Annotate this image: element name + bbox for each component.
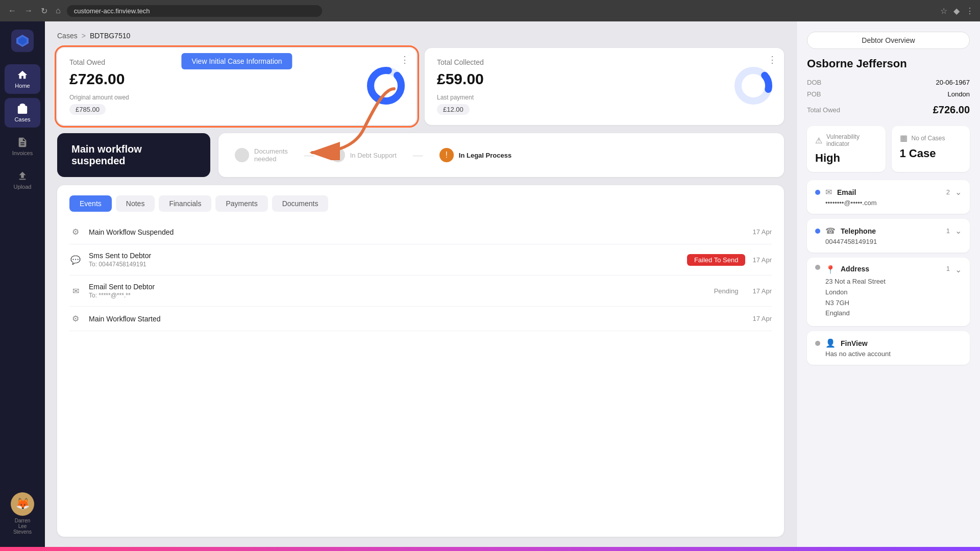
event-icon-workflow: ⚙ xyxy=(69,227,82,237)
event-title-workflow-start: Main Workflow Started xyxy=(89,315,745,323)
event-content-sms: Sms Sent to Debtor To: 00447458149191 xyxy=(89,252,680,268)
vulnerability-value: High xyxy=(815,152,877,165)
finview-icon: 👤 xyxy=(825,338,836,348)
tabs-row: Events Notes Financials Payments Documen… xyxy=(69,195,772,212)
debtor-overview-button[interactable]: Debtor Overview xyxy=(807,32,970,49)
telephone-count: 1 xyxy=(946,227,950,235)
sidebar-item-cases-label: Cases xyxy=(14,116,30,122)
browser-toolbar: ☆ ◆ ⋮ xyxy=(940,6,974,16)
address-contact-item[interactable]: 📍 Address 1 ⌄ 23 Not a Real StreetLondon… xyxy=(807,258,970,326)
no-of-cases-card: ▦ No of Cases 1 Case xyxy=(892,126,970,172)
total-collected-card: ⋮ Total Collected £59.00 Last payment £1… xyxy=(425,48,784,125)
event-sub-email: To: *****@***.** xyxy=(89,292,700,299)
email-dot xyxy=(815,190,820,195)
cards-row: ⋮ Total Owed View Initial Case Informati… xyxy=(57,48,784,125)
address-label: Address xyxy=(841,265,941,273)
back-button[interactable]: ← xyxy=(6,4,18,17)
event-content-workflow-start: Main Workflow Started xyxy=(89,315,745,323)
tab-documents[interactable]: Documents xyxy=(272,195,329,212)
dob-row: DOB 20-06-1967 xyxy=(807,79,970,86)
bottom-bar xyxy=(0,547,980,551)
home-button[interactable]: ⌂ xyxy=(54,4,63,17)
finview-label: FinView xyxy=(841,339,962,347)
total-collected-amount: £59.00 xyxy=(437,70,772,88)
total-owed-sub-label: Original amount owed xyxy=(69,94,404,101)
workflow-suspended-label: Main workflow suspended xyxy=(71,143,196,167)
total-owed-sub-value: £785.00 xyxy=(69,104,106,115)
extension-icon[interactable]: ◆ xyxy=(953,6,960,16)
email-count: 2 xyxy=(946,188,950,196)
no-of-cases-header: ▦ No of Cases xyxy=(900,133,962,143)
view-initial-case-info-button[interactable]: View Initial Case Information xyxy=(181,53,292,69)
user-name: DarrenLeeStevens xyxy=(13,518,32,535)
total-collected-label: Total Collected xyxy=(437,58,772,66)
app-container: Home Cases Invoices Upload 🦊 DarrenLeeSt… xyxy=(0,21,980,547)
status-dot-legal: ! xyxy=(439,148,454,162)
telephone-icon: ☎ xyxy=(825,226,836,236)
event-title-sms: Sms Sent to Debtor xyxy=(89,252,680,260)
address-bar[interactable]: customer-acc.finview.tech xyxy=(67,5,322,17)
pob-label: POB xyxy=(807,90,821,98)
address-expand-icon[interactable]: ⌄ xyxy=(955,265,962,274)
telephone-expand-icon[interactable]: ⌄ xyxy=(955,226,962,236)
logo[interactable] xyxy=(11,30,34,52)
tab-events[interactable]: Events xyxy=(69,195,112,212)
sidebar-item-cases[interactable]: Cases xyxy=(5,98,40,128)
telephone-dot xyxy=(815,229,820,234)
breadcrumb-current: BDTBG7510 xyxy=(90,32,130,40)
browser-chrome: ← → ↻ ⌂ customer-acc.finview.tech ☆ ◆ ⋮ xyxy=(0,0,980,21)
event-date-3: 17 Apr xyxy=(752,287,772,295)
total-owed-menu[interactable]: ⋮ xyxy=(400,55,409,64)
total-owed-card: ⋮ Total Owed View Initial Case Informati… xyxy=(57,48,416,125)
debtor-owed-row: Total Owed £726.00 xyxy=(807,104,970,116)
event-content-email: Email Sent to Debtor To: *****@***.** xyxy=(89,283,700,299)
breadcrumb: Cases > BDTBG7510 xyxy=(57,32,784,40)
star-icon[interactable]: ☆ xyxy=(940,6,947,16)
metrics-row: ⚠ Vulnerability indicator High ▦ No of C… xyxy=(807,126,970,172)
no-of-cases-label: No of Cases xyxy=(912,135,945,142)
total-collected-sub-label: Last payment xyxy=(437,94,772,101)
status-debt-support: In Debt Support xyxy=(331,148,397,162)
reload-button[interactable]: ↻ xyxy=(39,4,50,18)
email-icon: ✉ xyxy=(825,187,832,197)
email-expand-icon[interactable]: ⌄ xyxy=(955,187,962,197)
tab-payments[interactable]: Payments xyxy=(215,195,267,212)
telephone-contact-item[interactable]: ☎ Telephone 1 ⌄ 00447458149191 xyxy=(807,219,970,253)
user-avatar[interactable]: 🦊 DarrenLeeStevens xyxy=(7,488,38,539)
sidebar-item-upload[interactable]: Upload xyxy=(5,165,40,195)
sidebar-item-invoices-label: Invoices xyxy=(12,150,33,156)
tab-financials[interactable]: Financials xyxy=(159,195,211,212)
event-title-email: Email Sent to Debtor xyxy=(89,283,700,291)
telephone-label: Telephone xyxy=(841,227,941,235)
finview-item: 👤 FinView Has no active account xyxy=(807,331,970,365)
total-collected-menu[interactable]: ⋮ xyxy=(768,55,777,64)
event-content-workflow: Main Workflow Suspended xyxy=(89,228,745,236)
tab-notes[interactable]: Notes xyxy=(116,195,155,212)
event-date-4: 17 Apr xyxy=(752,315,772,322)
address-icon: 📍 xyxy=(825,265,836,274)
menu-icon[interactable]: ⋮ xyxy=(966,6,974,16)
dob-value: 20-06-1967 xyxy=(936,79,970,86)
workflow-row: Main workflow suspended Documentsneeded … xyxy=(57,133,784,177)
total-owed-donut xyxy=(365,65,406,108)
sidebar-item-invoices[interactable]: Invoices xyxy=(5,132,40,161)
debtor-owed-value: £726.00 xyxy=(933,104,970,116)
pob-row: POB London xyxy=(807,90,970,98)
event-row-email: ✉ Email Sent to Debtor To: *****@***.** … xyxy=(69,276,772,307)
debtor-owed-label: Total Owed xyxy=(807,106,840,114)
breadcrumb-cases[interactable]: Cases xyxy=(57,32,78,40)
vulnerability-header: ⚠ Vulnerability indicator xyxy=(815,133,877,147)
status-dot-debt xyxy=(331,148,345,162)
event-sub-sms: To: 00447458149191 xyxy=(89,261,680,268)
event-date-2: 17 Apr xyxy=(752,256,772,264)
forward-button[interactable]: → xyxy=(22,4,35,17)
email-contact-item[interactable]: ✉ Email 2 ⌄ ••••••••@•••••.com xyxy=(807,180,970,214)
pob-value: London xyxy=(948,90,970,98)
address-header: 📍 Address 1 ⌄ xyxy=(815,265,962,274)
sidebar-item-home[interactable]: Home xyxy=(5,64,40,94)
event-icon-sms: 💬 xyxy=(69,255,82,265)
status-debt-label: In Debt Support xyxy=(350,152,397,159)
total-collected-sub-value: £12.00 xyxy=(437,104,470,115)
sidebar-item-home-label: Home xyxy=(15,83,30,89)
sidebar-item-upload-label: Upload xyxy=(14,184,32,190)
